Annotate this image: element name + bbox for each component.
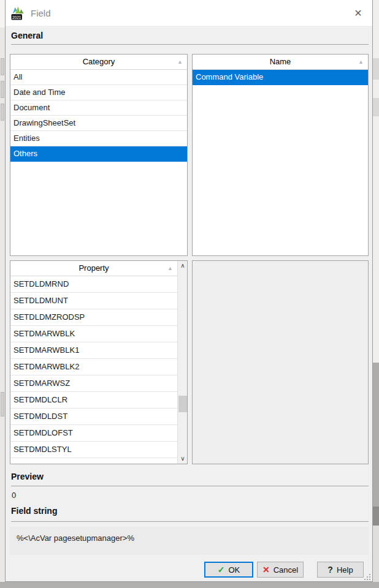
close-icon[interactable]: ✕ xyxy=(350,6,366,20)
property-list-body: Property ▲ SETDLDMRND SETDLDMUNT SETDLDM… xyxy=(10,261,177,458)
category-item-document[interactable]: Document xyxy=(10,100,187,116)
scrollbar-thumb[interactable] xyxy=(178,396,187,412)
x-icon: ✕ xyxy=(262,565,270,575)
scroll-up-icon[interactable]: ∧ xyxy=(178,261,188,271)
property-item[interactable]: SETDLDMUNT xyxy=(10,293,177,309)
property-item[interactable]: SETDMARWSZ xyxy=(10,375,177,392)
check-icon: ✓ xyxy=(218,565,225,575)
app-logo-icon: 2021 xyxy=(11,6,25,21)
name-list: Name ▲ Command Variable xyxy=(192,54,369,256)
property-item[interactable]: SETDMARWBLK1 xyxy=(10,342,177,359)
category-item-entities[interactable]: Entities xyxy=(10,131,187,146)
background-panel-mark xyxy=(373,507,379,526)
dialog-titlebar[interactable]: 2021 Field ✕ xyxy=(6,0,372,26)
cancel-button-label: Cancel xyxy=(274,565,298,575)
help-button-label: Help xyxy=(337,565,353,575)
name-column-header[interactable]: Name ▲ xyxy=(193,55,368,70)
cancel-button[interactable]: ✕ Cancel xyxy=(257,562,304,578)
category-item-date-and-time[interactable]: Date and Time xyxy=(10,85,187,100)
property-item[interactable]: SETDLDMZRODSP xyxy=(10,309,177,326)
background-toolbar-mark xyxy=(1,81,4,98)
background-toolbar-mark xyxy=(1,104,4,121)
background-app-right-edge xyxy=(373,0,379,582)
field-string-section-label: Field string xyxy=(11,506,57,516)
preview-section-label: Preview xyxy=(11,472,44,481)
property-item[interactable]: SETDLDMRND xyxy=(10,276,177,293)
sort-ascending-icon: ▲ xyxy=(167,265,173,271)
resize-grip[interactable] xyxy=(364,573,370,580)
property-item[interactable]: SETDMDLSTYL xyxy=(10,442,177,458)
background-left-top xyxy=(0,0,5,28)
sort-ascending-icon: ▲ xyxy=(358,59,364,65)
ok-button-label: OK xyxy=(228,565,240,575)
background-toolbar-mark xyxy=(1,392,4,417)
background-panel-mark xyxy=(373,526,379,582)
scroll-down-icon[interactable]: ∨ xyxy=(178,453,188,464)
category-item-all[interactable]: All xyxy=(10,70,187,85)
property-item[interactable]: SETDMDLCLR xyxy=(10,392,177,409)
property-item[interactable]: SETDMDLDST xyxy=(10,409,177,425)
question-icon: ? xyxy=(327,565,333,575)
property-scrollbar[interactable]: ∧ ∨ xyxy=(177,261,187,464)
property-header-label: Property xyxy=(78,263,109,273)
name-item-command-variable-selected[interactable]: Command Variable xyxy=(193,70,368,85)
svg-text:2021: 2021 xyxy=(12,15,21,19)
name-header-label: Name xyxy=(270,57,291,66)
ok-button[interactable]: ✓ OK xyxy=(204,562,253,578)
category-item-others-selected[interactable]: Others xyxy=(10,146,187,162)
field-string-divider xyxy=(11,521,369,522)
property-column-header[interactable]: Property ▲ xyxy=(10,261,177,276)
property-item[interactable]: SETDMARWBLK xyxy=(10,326,177,342)
preview-divider xyxy=(11,486,369,486)
background-panel-mark xyxy=(373,58,379,80)
category-list: Category ▲ All Date and Time Document Dr… xyxy=(10,54,188,256)
general-divider xyxy=(11,44,369,45)
category-column-header[interactable]: Category ▲ xyxy=(10,55,187,70)
general-section-label: General xyxy=(11,31,43,40)
property-list: Property ▲ SETDLDMRND SETDLDMUNT SETDLDM… xyxy=(10,260,188,464)
background-toolbar-mark xyxy=(1,58,4,75)
category-item-drawingsheetset[interactable]: DrawingSheetSet xyxy=(10,116,187,131)
field-string-value: %<\AcVar pagesetupmanager>% xyxy=(10,527,369,555)
property-item[interactable]: SETDMARWBLK2 xyxy=(10,359,177,375)
background-panel-mark xyxy=(373,98,379,116)
background-app-left-edge xyxy=(0,0,5,582)
help-button[interactable]: ? Help xyxy=(317,562,364,578)
sort-ascending-icon: ▲ xyxy=(177,59,183,65)
property-item[interactable]: SETDMDLOFST xyxy=(10,425,177,442)
background-panel-mark xyxy=(373,363,379,507)
dialog-title: Field xyxy=(31,8,51,18)
field-dialog: 2021 Field ✕ General Category ▲ All Date… xyxy=(5,0,373,582)
value-panel-empty xyxy=(192,260,369,464)
background-app-bottom-edge xyxy=(0,582,379,588)
category-header-label: Category xyxy=(83,57,115,66)
preview-value: 0 xyxy=(12,491,16,500)
